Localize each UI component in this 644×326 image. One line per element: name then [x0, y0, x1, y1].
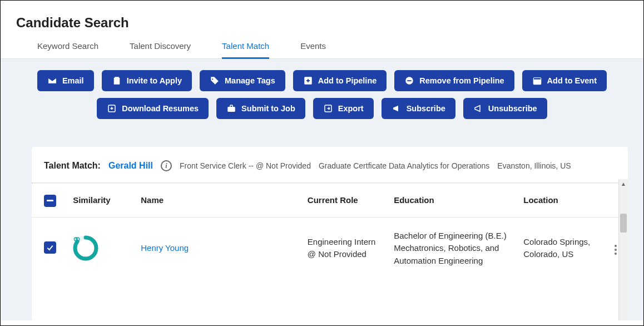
- row-education: Bachelor of Engineering (B.E.) Mechatron…: [387, 217, 517, 279]
- results-card: Talent Match: Gerald Hill i Front Servic…: [32, 147, 628, 320]
- match-education: Graduate Certficate Data Analytics for O…: [319, 161, 489, 170]
- row-location: Colorado Springs, Colorado, US: [517, 217, 603, 279]
- match-label: Talent Match:: [44, 161, 101, 171]
- row-checkbox[interactable]: [44, 241, 56, 254]
- candidate-name-link[interactable]: Henry Young: [141, 243, 189, 253]
- unsubscribe-label: Unsubscribe: [488, 104, 537, 113]
- col-location: Location: [517, 184, 603, 217]
- col-similarity: Similarity: [66, 184, 134, 217]
- email-button[interactable]: Email: [37, 70, 94, 91]
- remove-circle-icon: [404, 76, 414, 86]
- remove-pipeline-label: Remove from Pipeline: [419, 76, 504, 85]
- add-box-icon: [303, 76, 313, 86]
- scroll-up-icon[interactable]: ▲: [619, 179, 628, 189]
- page-title: Candidate Search: [1, 1, 643, 41]
- select-all-checkbox[interactable]: [44, 195, 56, 207]
- check-icon: [46, 243, 55, 252]
- match-candidate-link[interactable]: Gerald Hill: [108, 161, 153, 171]
- tags-label: Manage Tags: [225, 76, 275, 85]
- table-row: Henry Young Engineering Intern @ Not Pro…: [32, 217, 628, 279]
- invite-button[interactable]: Invite to Apply: [102, 70, 192, 91]
- col-role: Current Role: [301, 184, 387, 217]
- submit-label: Submit to Job: [241, 104, 295, 113]
- results-table: Similarity Name Current Role Education L…: [32, 184, 628, 279]
- add-event-button[interactable]: Add to Event: [522, 70, 607, 91]
- remove-pipeline-button[interactable]: Remove from Pipeline: [394, 70, 514, 91]
- invite-label: Invite to Apply: [127, 76, 182, 85]
- add-pipeline-label: Add to Pipeline: [318, 76, 377, 85]
- tag-icon: [210, 76, 220, 86]
- link-icon: [73, 235, 81, 243]
- tab-events[interactable]: Events: [300, 41, 326, 59]
- svg-rect-7: [227, 107, 235, 112]
- export-label: Export: [338, 104, 364, 113]
- email-label: Email: [62, 76, 84, 85]
- add-event-label: Add to Event: [547, 76, 597, 85]
- tabs-nav: Keyword Search Talent Discovery Talent M…: [1, 41, 643, 59]
- calendar-icon: [532, 76, 542, 86]
- match-header: Talent Match: Gerald Hill i Front Servic…: [32, 160, 628, 182]
- match-location: Evanston, Illinois, US: [497, 161, 571, 170]
- mail-icon: [47, 76, 57, 86]
- match-role: Front Service Clerk -- @ Not Provided: [180, 161, 311, 170]
- col-education: Education: [387, 184, 517, 217]
- tab-talent-discovery[interactable]: Talent Discovery: [130, 41, 191, 59]
- add-pipeline-button[interactable]: Add to Pipeline: [293, 70, 387, 91]
- download-icon: [107, 103, 117, 113]
- briefcase-icon: [226, 103, 236, 113]
- scroll-thumb[interactable]: [620, 214, 627, 233]
- export-button[interactable]: Export: [313, 98, 374, 119]
- content-area: Talent Match: Gerald Hill i Front Servic…: [1, 131, 643, 320]
- download-label: Download Resumes: [122, 104, 199, 113]
- megaphone-off-icon: [473, 103, 483, 113]
- svg-rect-2: [408, 80, 412, 81]
- col-name: Name: [134, 184, 301, 217]
- manage-tags-button[interactable]: Manage Tags: [200, 70, 285, 91]
- action-toolbar: Email Invite to Apply Manage Tags Add to…: [1, 59, 643, 131]
- subscribe-label: Subscribe: [407, 104, 445, 113]
- export-icon: [323, 103, 333, 113]
- megaphone-icon: [392, 103, 402, 113]
- unsubscribe-button[interactable]: Unsubscribe: [463, 98, 547, 119]
- row-role: Engineering Intern @ Not Provided: [301, 217, 387, 279]
- tab-keyword-search[interactable]: Keyword Search: [37, 41, 98, 59]
- subscribe-button[interactable]: Subscribe: [382, 98, 455, 119]
- scrollbar[interactable]: ▲: [618, 179, 628, 320]
- clipboard-icon: [112, 76, 122, 86]
- submit-job-button[interactable]: Submit to Job: [216, 98, 305, 119]
- download-resumes-button[interactable]: Download Resumes: [97, 98, 209, 119]
- info-icon[interactable]: i: [161, 160, 172, 171]
- tab-talent-match[interactable]: Talent Match: [222, 41, 269, 59]
- similarity-ring: [73, 235, 98, 261]
